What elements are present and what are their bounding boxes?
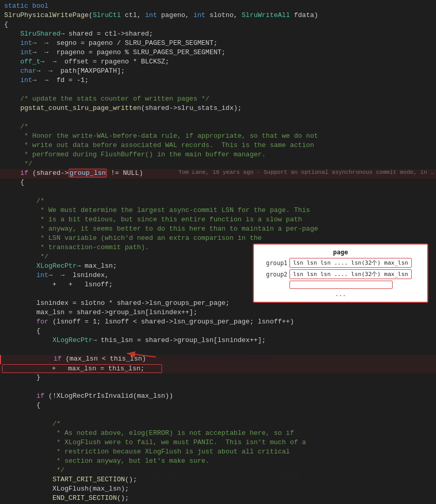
diagram-title: page [259,249,422,256]
code-line [0,188,436,197]
line-content: pgstat_count_slru_page_written(shared->s… [2,104,434,112]
code-line: int→ → fd = -1; [0,76,436,86]
code-line: } [0,373,436,383]
line-content: SlruPhysicalWritePage(SlruCtl ctl, int p… [2,11,434,19]
diagram-dots: ... [259,290,422,298]
code-line: SlruShared→ shared = ctl->shared; [0,30,436,39]
code-line: * XLogFlush were to fail, we must PANIC.… [0,438,436,448]
code-line: max_lsn = shared->group_lsn[lsnindex++]; [0,308,436,318]
code-line: END_CRIT_SECTION(); [0,494,436,503]
code-line: * As noted above, elog(ERROR) is not acc… [0,429,436,438]
line-content: * We must determine the largest async-co… [2,206,434,214]
code-line: * is a bit tedious, but since this entir… [0,216,436,225]
code-line: * restriction because XLogFlush is just … [0,448,436,457]
code-line: * section anyway, but let's make sure. [0,457,436,466]
code-line: * write out data before associated WAL r… [0,141,436,151]
code-line: * anyway, it seems better to do this her… [0,225,436,234]
code-line: char→ → path[MAXPGPATH]; [0,67,436,76]
line-content: * As noted above, elog(ERROR) is not acc… [2,429,434,437]
line-content: XLogRecPtr→ this_lsn = shared->group_lsn… [2,336,434,344]
git-blame: Tom Lane, 16 years ago · Support an opti… [179,169,434,175]
line-content: * restriction because XLogFlush is just … [2,448,434,456]
code-line: pgstat_count_slru_page_written(shared->s… [0,104,436,113]
code-container: static boolSlruPhysicalWritePage(SlruCtl… [0,0,436,504]
line-content: { [2,327,434,335]
code-line: SlruPhysicalWritePage(SlruCtl ctl, int p… [0,11,436,21]
line-content: off_t→ → offset = rpageno * BLCKSZ; [2,58,434,66]
code-line: int→ → rpageno = pageno % SLRU_PAGES_PER… [0,48,436,58]
line-content: for (lsnoff = 1; lsnoff < shared->lsn_gr… [2,318,434,326]
code-line: * We must determine the largest async-co… [0,206,436,216]
line-content: { [2,21,434,28]
code-line: static bool [0,2,436,11]
line-content: /* [2,197,434,205]
line-content: } [2,373,434,381]
line-content: XLogFlush(max_lsn); [2,485,434,493]
code-line: * performed during FlushBuffer() in the … [0,151,436,160]
group1-cell: lsn lsn lsn .... lsn(32个) max_lsn [289,258,412,268]
code-line [0,411,436,420]
code-line: /* [0,420,436,429]
code-line [0,383,436,392]
line-content: int→ → fd = -1; [2,76,434,84]
line-content: if (shared->group_lsn != NULL) Tom Lane,… [2,169,434,177]
diagram-group1-row: group1 lsn lsn lsn .... lsn(32个) max_lsn [259,258,422,268]
line-content: * XLogFlush were to fail, we must PANIC.… [2,438,434,446]
line-content: * is a bit tedious, but since this entir… [2,216,434,223]
code-line: /* [0,123,436,132]
line-content: int→ → segno = pageno / SLRU_PAGES_PER_S… [2,39,434,47]
code-line: + max_lsn = this_lsn; [0,364,436,373]
code-line: */ [0,160,436,169]
diagram-empty-row [259,281,422,289]
code-line: * Honor the write-WAL-before-data rule, … [0,132,436,141]
code-line: if (!XLogRecPtrIsInvalid(max_lsn)) [0,392,436,401]
line-content: */ [2,160,434,168]
code-line: * LSN variable (which'd need an extra co… [0,234,436,243]
code-line: /* update the stats counter of written p… [0,95,436,104]
code-line [0,86,436,95]
diagram-group2-row: group2 lsn lsn lsn .... lsn(32个) max_lsn [259,269,422,279]
code-line: { [0,178,436,188]
line-content: SlruShared→ shared = ctl->shared; [2,30,434,38]
code-line: /* [0,197,436,206]
line-content: int→ → rpageno = pageno % SLRU_PAGES_PER… [2,48,434,56]
group2-cell: lsn lsn lsn .... lsn(32个) max_lsn [289,269,412,279]
line-content: static bool [2,2,434,10]
code-line: if (shared->group_lsn != NULL) Tom Lane,… [0,169,436,178]
group2-label: group2 [259,271,287,278]
line-content: * LSN variable (which'd need an extra co… [2,234,434,242]
empty-cell [289,281,393,289]
line-content: if (!XLogRecPtrIsInvalid(max_lsn)) [2,392,434,400]
arrow-label-text: 找到当前页面所有组中最大的 max_lsn [157,352,271,362]
code-line: { [0,21,436,30]
code-line: off_t→ → offset = rpageno * BLCKSZ; [0,58,436,67]
line-content: /* [2,123,434,131]
code-line: XLogRecPtr→ this_lsn = shared->group_lsn… [0,336,436,346]
code-line: int→ → segno = pageno / SLRU_PAGES_PER_S… [0,39,436,48]
code-line: XLogFlush(max_lsn); [0,485,436,494]
line-content: /* update the stats counter of written p… [2,95,434,103]
code-line: { [0,327,436,336]
flush-label-text: XLOG刷到 max_lsn，保证 XLOG 先与 CLOG落盘 [152,470,301,480]
line-content: * Honor the write-WAL-before-data rule, … [2,132,434,140]
code-line: { [0,401,436,411]
line-content: max_lsn = shared->group_lsn[lsnindex++]; [2,308,434,316]
code-line [0,113,436,123]
diagram-overlay: page group1 lsn lsn lsn .... lsn(32个) ma… [253,243,428,303]
line-content: char→ → path[MAXPGPATH]; [2,67,434,75]
code-line: for (lsnoff = 1; lsnoff < shared->lsn_gr… [0,318,436,327]
line-content: /* [2,420,434,428]
line-content: { [2,178,434,186]
line-content: * section anyway, but let's make sure. [2,457,434,465]
line-content: * anyway, it seems better to do this her… [2,225,434,233]
line-content: END_CRIT_SECTION(); [2,494,434,502]
group1-label: group1 [259,259,287,267]
line-content: * performed during FlushBuffer() in the … [2,151,434,158]
line-content: { [2,401,434,409]
line-content: * write out data before associated WAL r… [2,141,434,149]
